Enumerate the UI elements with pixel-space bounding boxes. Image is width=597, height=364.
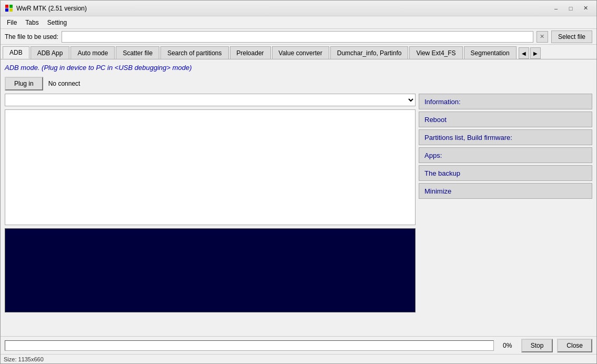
controls-row: Plug in No connect [5,77,592,90]
tab-scatter-file[interactable]: Scatter file [116,46,159,59]
left-panel [5,94,416,332]
tab-preloader[interactable]: Preloader [230,46,271,59]
bottom-info: Size: 1135x660 [1,354,596,363]
tab-ext4[interactable]: View Ext4_FS [409,46,462,59]
tab-adb-app[interactable]: ADB App [31,46,70,59]
file-clear-button[interactable]: ✕ [537,31,548,43]
tab-dumchar[interactable]: Dumchar_info, Partinfo [330,46,409,59]
adb-mode-text: ADB mode. (Plug in device to PC in <USB … [5,64,592,72]
status-bar: 0% Stop Close [1,336,596,354]
menu-file[interactable]: File [3,18,21,27]
file-bar: The file to be used: ✕ Select file [1,29,596,45]
tab-adb[interactable]: ADB [3,46,29,59]
plug-in-button[interactable]: Plug in [5,77,43,90]
connection-status-label: No connect [48,80,80,87]
main-content: ADB mode. (Plug in device to PC in <USB … [1,59,596,336]
progress-label: 0% [498,342,517,349]
stop-button[interactable]: Stop [521,339,553,352]
tab-segmentation[interactable]: Segmentation [464,46,517,59]
tabs-bar: ADB ADB App Auto mode Scatter file Searc… [1,45,596,59]
log-area [5,109,416,225]
tab-auto-mode[interactable]: Auto mode [70,46,115,59]
menu-bar: File Tabs Setting [1,16,596,29]
body-split: Information: Reboot Partitions list, Bui… [5,94,592,332]
menu-setting[interactable]: Setting [43,18,71,27]
file-label: The file to be used: [5,33,58,41]
menu-tabs[interactable]: Tabs [21,18,43,27]
title-bar: WwR MTK (2.51 version) – □ ✕ [1,1,596,16]
dropdown-row [5,94,416,106]
maximize-window-button[interactable]: □ [564,3,578,14]
information-button[interactable]: Information: [419,94,592,109]
tab-scroll-right[interactable]: ▶ [530,47,541,59]
minimize-window-button[interactable]: – [549,3,563,14]
file-path-input[interactable] [62,31,533,43]
device-dropdown[interactable] [5,94,416,106]
size-label: Size: 1135x660 [4,356,44,362]
close-window-button[interactable]: ✕ [579,3,592,14]
reboot-button[interactable]: Reboot [419,112,592,127]
tab-scroll-left[interactable]: ◀ [519,47,529,59]
progress-bar-container [5,340,494,351]
tab-value-converter[interactable]: Value converter [272,46,329,59]
app-icon [5,4,13,13]
apps-button[interactable]: Apps: [419,147,592,163]
partitions-button[interactable]: Partitions list, Build firmware: [419,129,592,145]
select-file-button[interactable]: Select file [551,31,592,43]
backup-button[interactable]: The backup [419,165,592,181]
window-title: WwR MTK (2.51 version) [16,5,548,12]
terminal-area [5,228,416,312]
minimize-button[interactable]: Minimize [419,183,592,199]
close-button[interactable]: Close [557,339,592,352]
right-panel: Information: Reboot Partitions list, Bui… [419,94,592,332]
tab-search-partitions[interactable]: Search of partitions [160,46,228,59]
